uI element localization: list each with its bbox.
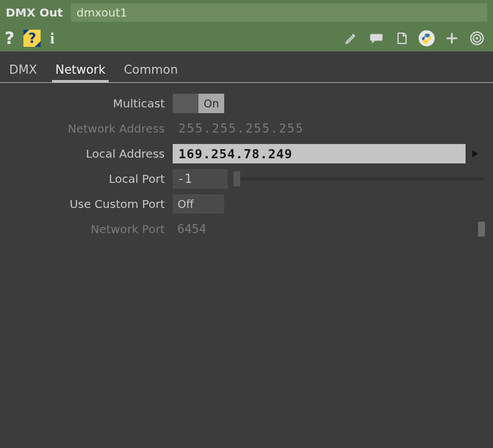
svg-point-1	[428, 41, 429, 42]
row-network-port: Network Port 6454	[0, 217, 493, 242]
svg-point-4	[476, 37, 478, 39]
menu-arrow-local-address[interactable]	[466, 144, 485, 163]
tab-network[interactable]: Network	[54, 59, 107, 82]
slider-local-port[interactable]	[232, 177, 485, 181]
toggle-multicast[interactable]: On	[173, 94, 224, 113]
label-network-address: Network Address	[0, 122, 173, 135]
edit-icon[interactable]	[343, 30, 359, 46]
label-use-custom-port: Use Custom Port	[0, 197, 173, 211]
value-network-address: 255.255.255.255	[173, 122, 304, 135]
label-network-port: Network Port	[0, 222, 173, 236]
svg-point-0	[425, 35, 426, 36]
comment-icon[interactable]	[368, 30, 384, 46]
header-title-row: DMX Out dmxout1	[0, 0, 493, 25]
tab-dmx[interactable]: DMX	[8, 59, 38, 82]
operator-name-input[interactable]: dmxout1	[71, 3, 487, 22]
python-icon[interactable]	[419, 30, 435, 46]
header-toolbar: ? ? i	[0, 25, 493, 51]
info-icon: i	[50, 30, 54, 46]
slider-thumb-network-port	[478, 222, 485, 237]
value-network-port: 6454	[173, 219, 228, 239]
row-local-address: Local Address 169.254.78.249	[0, 141, 493, 166]
row-use-custom-port: Use Custom Port Off	[0, 191, 493, 217]
label-local-address: Local Address	[0, 147, 173, 161]
input-local-address[interactable]: 169.254.78.249	[173, 144, 466, 163]
notes-icon[interactable]	[393, 30, 409, 46]
toggle-use-custom-port[interactable]: Off	[173, 194, 224, 214]
plus-icon[interactable]	[444, 30, 460, 46]
tab-common[interactable]: Common	[122, 59, 179, 82]
slider-thumb-local-port[interactable]	[233, 171, 240, 186]
slider-network-port	[232, 227, 485, 231]
label-multicast: Multicast	[0, 97, 173, 110]
row-multicast: Multicast On	[0, 91, 493, 116]
input-local-port[interactable]: -1	[173, 169, 228, 189]
tabs-bar: DMX Network Common	[0, 51, 493, 83]
label-local-port: Local Port	[0, 172, 173, 186]
parameters-panel: Multicast On Network Address 255.255.255…	[0, 83, 493, 448]
row-local-port: Local Port -1	[0, 166, 493, 191]
row-network-address: Network Address 255.255.255.255	[0, 116, 493, 141]
help-wiki-icon[interactable]: ?	[23, 30, 41, 47]
target-icon[interactable]	[469, 30, 485, 46]
help-icon[interactable]: ?	[5, 30, 14, 47]
operator-type-label: DMX Out	[6, 6, 63, 19]
